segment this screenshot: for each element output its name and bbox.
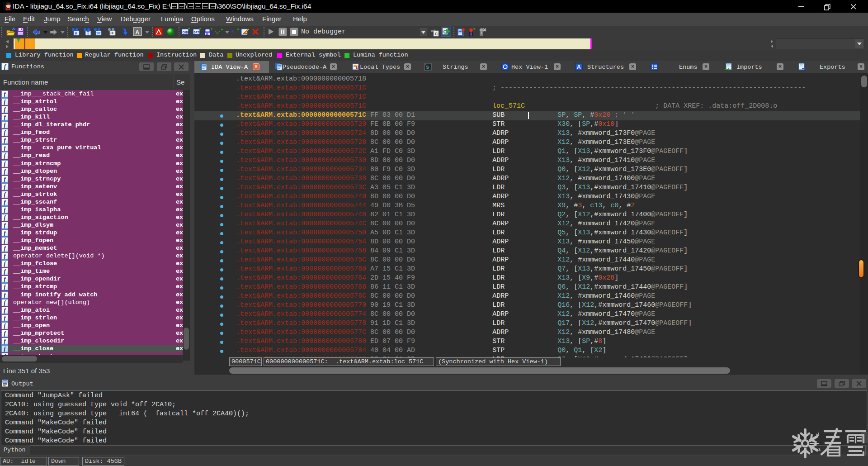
svg-text:DATA: DATA	[194, 31, 201, 34]
svg-text:#: #	[75, 31, 77, 36]
svg-text:C: C	[443, 29, 447, 34]
svg-text:*: *	[231, 29, 235, 37]
svg-text:B: B	[356, 64, 359, 70]
svg-text:101: 101	[96, 31, 102, 35]
svg-text:A: A	[135, 29, 140, 36]
svg-text:A: A	[577, 64, 581, 70]
svg-text:CODE: CODE	[183, 31, 190, 34]
svg-text:A: A	[206, 32, 208, 35]
svg-text:s: s	[426, 64, 429, 71]
svg-text:C: C	[435, 32, 438, 36]
svg-text:'s': 's'	[215, 29, 220, 36]
svg-text:T: T	[87, 31, 90, 36]
svg-text:64: 64	[6, 7, 10, 11]
